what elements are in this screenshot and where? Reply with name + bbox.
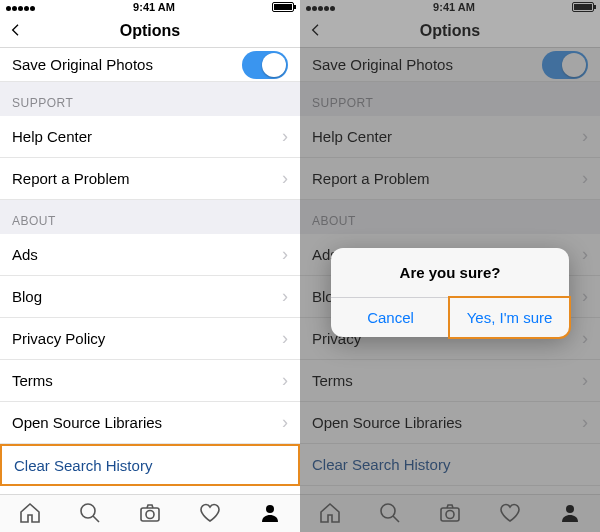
confirm-alert: Are you sure? Cancel Yes, I'm sure [331,248,569,337]
row-save-original-photos[interactable]: Save Original Photos [300,48,600,82]
chevron-right-icon: › [582,286,588,307]
alert-title: Are you sure? [331,248,569,297]
chevron-right-icon: › [582,370,588,391]
alert-confirm-button[interactable]: Yes, I'm sure [448,296,571,339]
search-icon [78,501,102,525]
nav-bar: Options [0,15,300,48]
tab-activity[interactable] [480,495,540,532]
tab-profile[interactable] [240,495,300,532]
settings-list: Save Original Photos SUPPORT Help Center… [0,48,300,494]
options-screen-step2: 9:41 AM Options Save Original Photos SUP… [300,0,600,532]
row-blog[interactable]: Blog › [0,276,300,318]
profile-icon [558,501,582,525]
chevron-right-icon: › [282,328,288,349]
tab-profile[interactable] [540,495,600,532]
row-help-center[interactable]: Help Center › [300,116,600,158]
row-report-problem[interactable]: Report a Problem › [300,158,600,200]
row-add-account[interactable]: Add Account [0,486,300,494]
tab-activity[interactable] [180,495,240,532]
row-label: Terms [12,372,53,389]
svg-line-1 [93,516,99,522]
row-label: Privacy Policy [12,330,105,347]
alert-cancel-button[interactable]: Cancel [331,298,450,337]
battery-icon [272,2,294,12]
chevron-right-icon: › [282,126,288,147]
row-label: Blog [12,288,42,305]
row-label: Save Original Photos [312,56,453,73]
section-header-about: ABOUT [300,200,600,234]
svg-point-5 [381,504,395,518]
back-icon[interactable] [8,18,24,44]
row-label: Report a Problem [12,170,130,187]
camera-icon [438,501,462,525]
status-bar: 9:41 AM [300,0,600,15]
svg-line-6 [393,516,399,522]
row-clear-search-history[interactable]: Clear Search History [0,444,300,486]
section-header-support: SUPPORT [300,82,600,116]
search-icon [378,501,402,525]
row-report-problem[interactable]: Report a Problem › [0,158,300,200]
nav-bar: Options [300,15,600,48]
signal-dots-icon [306,1,336,13]
row-label: Save Original Photos [12,56,153,73]
tab-bar [0,494,300,532]
status-bar: 9:41 AM [0,0,300,15]
row-terms[interactable]: Terms › [300,360,600,402]
row-save-original-photos[interactable]: Save Original Photos [0,48,300,82]
home-icon [318,501,342,525]
tab-home[interactable] [300,495,360,532]
heart-icon [498,501,522,525]
chevron-right-icon: › [282,286,288,307]
row-clear-search-history[interactable]: Clear Search History [300,444,600,486]
chevron-right-icon: › [582,244,588,265]
chevron-right-icon: › [282,168,288,189]
profile-icon [258,501,282,525]
row-terms[interactable]: Terms › [0,360,300,402]
row-help-center[interactable]: Help Center › [0,116,300,158]
chevron-right-icon: › [282,370,288,391]
chevron-right-icon: › [282,412,288,433]
row-privacy-policy[interactable]: Privacy Policy › [0,318,300,360]
chevron-right-icon: › [582,126,588,147]
status-time: 9:41 AM [433,1,475,13]
options-screen-step1: 9:41 AM Options Save Original Photos SUP… [0,0,300,532]
tab-camera[interactable] [420,495,480,532]
tab-bar [300,494,600,532]
row-open-source[interactable]: Open Source Libraries › [0,402,300,444]
svg-point-8 [446,511,454,519]
row-ads[interactable]: Ads › [0,234,300,276]
row-label: Terms [312,372,353,389]
row-label: Report a Problem [312,170,430,187]
chevron-right-icon: › [582,412,588,433]
alert-buttons: Cancel Yes, I'm sure [331,297,569,337]
row-label: Ads [12,246,38,263]
tab-search[interactable] [60,495,120,532]
status-time: 9:41 AM [133,1,175,13]
toggle-on-icon[interactable] [542,51,588,79]
row-add-account[interactable]: Add Account [300,486,600,494]
row-label: Clear Search History [14,457,152,474]
chevron-right-icon: › [582,168,588,189]
page-title: Options [420,22,480,40]
svg-point-9 [566,505,574,513]
chevron-right-icon: › [282,244,288,265]
battery-icon [572,2,594,12]
tab-search[interactable] [360,495,420,532]
row-label: Clear Search History [312,456,450,473]
tab-camera[interactable] [120,495,180,532]
svg-point-0 [81,504,95,518]
row-label: Help Center [312,128,392,145]
back-icon[interactable] [308,18,324,44]
home-icon [18,501,42,525]
row-label: Open Source Libraries [312,414,462,431]
signal-dots-icon [6,1,36,13]
page-title: Options [120,22,180,40]
row-label: Open Source Libraries [12,414,162,431]
row-label: Help Center [12,128,92,145]
toggle-on-icon[interactable] [242,51,288,79]
svg-point-3 [146,511,154,519]
tab-home[interactable] [0,495,60,532]
row-open-source[interactable]: Open Source Libraries › [300,402,600,444]
heart-icon [198,501,222,525]
svg-point-4 [266,505,274,513]
